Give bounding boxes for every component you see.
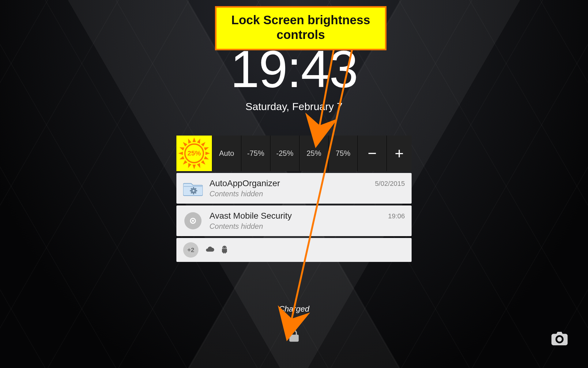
brightness-increase-button[interactable]: + (386, 136, 412, 171)
brightness-decrease-button[interactable]: − (357, 136, 386, 171)
svg-point-28 (225, 247, 226, 248)
svg-point-27 (223, 247, 224, 248)
brightness-preset-minus25[interactable]: -25% (270, 136, 299, 171)
clock-time: 19:43 (0, 43, 588, 95)
brightness-widget: 25% Auto -75% -25% 25% 75% − + (176, 136, 412, 171)
brightness-current-value: 25% (187, 149, 201, 157)
brightness-auto-button[interactable]: Auto (212, 136, 241, 171)
notification-timestamp: 19:06 (388, 212, 405, 220)
svg-marker-9 (201, 141, 206, 147)
svg-rect-20 (193, 193, 194, 194)
notification-overflow[interactable]: +2 (176, 238, 412, 262)
brightness-preset-25[interactable]: 25% (299, 136, 328, 171)
svg-marker-5 (197, 138, 202, 144)
svg-marker-1 (193, 137, 196, 142)
svg-rect-21 (190, 190, 191, 191)
brightness-current[interactable]: 25% (176, 136, 212, 171)
avast-icon (183, 211, 203, 231)
svg-marker-6 (187, 163, 191, 169)
cloud-icon (205, 245, 214, 255)
notification-timestamp: 5/02/2015 (375, 180, 405, 188)
svg-marker-10 (182, 160, 187, 166)
folder-gear-icon (183, 178, 203, 198)
charge-status: Charged (0, 304, 588, 314)
annotation-line: Lock Screen brightness (220, 13, 382, 27)
svg-marker-14 (179, 156, 184, 161)
svg-marker-4 (205, 152, 210, 155)
svg-rect-22 (196, 190, 197, 191)
notification-subtitle: Contents hidden (209, 190, 368, 198)
annotation-line: controls (220, 27, 382, 42)
svg-marker-15 (187, 138, 191, 144)
svg-marker-16 (197, 163, 202, 169)
svg-marker-13 (204, 146, 209, 151)
notification-title: AutoAppOrganizer (209, 178, 368, 188)
notification-title: Avast Mobile Security (209, 211, 381, 221)
annotation-callout: Lock Screen brightness controls (215, 6, 386, 50)
svg-point-18 (193, 190, 194, 192)
overflow-app-icons (205, 245, 229, 255)
brightness-preset-75[interactable]: 75% (328, 136, 357, 171)
svg-marker-3 (178, 152, 183, 155)
overflow-count-badge: +2 (183, 242, 198, 258)
svg-marker-12 (201, 160, 206, 166)
svg-rect-19 (193, 187, 194, 188)
camera-icon[interactable] (551, 332, 568, 347)
lockscreen-clock: 19:43 Saturday, February 7 (0, 43, 588, 113)
notification-item[interactable]: Avast Mobile Security Contents hidden 19… (176, 205, 412, 236)
android-icon (220, 245, 229, 255)
svg-marker-11 (182, 141, 187, 147)
lock-icon[interactable] (287, 329, 301, 344)
svg-marker-2 (193, 165, 196, 169)
brightness-preset-minus75[interactable]: -75% (241, 136, 270, 171)
notification-subtitle: Contents hidden (209, 222, 381, 231)
svg-marker-8 (204, 156, 209, 161)
notification-item[interactable]: AutoAppOrganizer Contents hidden 5/02/20… (176, 173, 412, 204)
svg-marker-7 (179, 146, 184, 151)
sun-icon: 25% (176, 136, 212, 171)
clock-date: Saturday, February 7 (0, 101, 588, 113)
